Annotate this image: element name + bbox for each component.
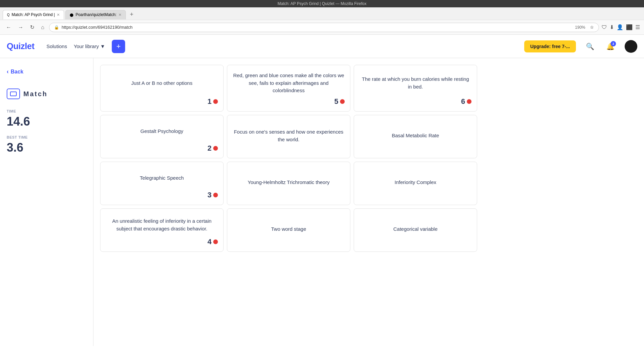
card-text: Categorical variable [359, 215, 471, 243]
search-button[interactable]: 🔍 [584, 40, 596, 52]
browser-nav-bar: ← → ↻ ⌂ 🔒 https://quizlet.com/694162190/… [0, 20, 644, 35]
new-tab-button[interactable]: + [127, 10, 136, 19]
your-library-button[interactable]: Your library ▼ [74, 43, 105, 49]
card-number: 6 [461, 97, 465, 106]
header-nav: Solutions Your library ▼ + [46, 40, 125, 53]
forward-nav-button[interactable]: → [16, 24, 25, 31]
card-number-row: 5 [233, 97, 345, 106]
zoom-badge: 190% [573, 24, 587, 30]
best-time-value: 3.6 [7, 141, 86, 155]
browser-tab-bar: Q Match: AP Psych Grind | ✕ ⬤ Poarthan/q… [0, 7, 644, 20]
back-chevron-icon: ‹ [7, 68, 9, 75]
home-button[interactable]: ⌂ [39, 24, 46, 31]
tab-label-active: Match: AP Psych Grind | [12, 12, 55, 17]
download-icon: ⬇ [610, 24, 614, 30]
card-text: Inferiority Complex [359, 169, 471, 197]
chevron-down-icon: ▼ [100, 43, 105, 49]
card-text: Gestalt Psychology [106, 122, 218, 141]
tab-favicon-inactive: ⬤ [70, 13, 73, 17]
card-text: Basal Metabolic Rate [359, 122, 471, 150]
card-number: 2 [208, 144, 212, 153]
create-plus-button[interactable]: + [112, 40, 125, 53]
card-item[interactable]: Basal Metabolic Rate [354, 115, 477, 158]
card-text: Two word stage [233, 215, 345, 243]
tab-favicon-active: Q [7, 13, 10, 17]
red-dot [213, 146, 218, 151]
upgrade-button[interactable]: Upgrade: free 7-... [524, 40, 576, 52]
tab-label-inactive: Poarthan/quizletMatch: [75, 12, 116, 17]
card-text: Focus on one's senses and how one experi… [233, 122, 345, 150]
card-item[interactable]: Focus on one's senses and how one experi… [227, 115, 350, 158]
cards-grid: Just A or B no other options1Red, green … [100, 65, 477, 252]
search-icon: 🔍 [586, 43, 594, 50]
card-item[interactable]: Gestalt Psychology2 [100, 115, 224, 158]
best-time-stat: BEST TIME 3.6 [7, 135, 86, 155]
shield-icon: 🛡 [602, 24, 607, 30]
menu-icon[interactable]: ☰ [635, 24, 640, 30]
card-text: Just A or B no other options [106, 72, 218, 95]
quizlet-logo[interactable]: Quizlet [7, 41, 34, 51]
solutions-nav[interactable]: Solutions [46, 43, 67, 49]
card-number: 5 [334, 97, 338, 106]
extensions-icon: ⬛ [626, 24, 633, 30]
sidebar: ‹ Back Match TIME 14.6 BEST TIME 3.6 [0, 58, 93, 346]
card-number: 1 [208, 97, 212, 106]
card-text: The rate at which you burn calories whil… [359, 72, 471, 95]
address-bar[interactable]: 🔒 https://quizlet.com/694162190/match 19… [49, 23, 599, 32]
back-button[interactable]: ‹ Back [7, 68, 23, 75]
card-item[interactable]: Inferiority Complex [354, 162, 477, 205]
card-item[interactable]: Telegraphic Speech3 [100, 162, 224, 205]
lock-icon: 🔒 [54, 25, 59, 30]
your-library-label: Your library [74, 43, 99, 49]
reload-button[interactable]: ↻ [28, 23, 36, 31]
card-item[interactable]: Young-Helmholtz Trichromatic theory [227, 162, 350, 205]
card-item[interactable]: Two word stage [227, 208, 350, 252]
star-icon: ☆ [590, 25, 594, 30]
browser-title-bar: Match: AP Psych Grind | Quizlet — Mozill… [0, 0, 644, 7]
card-text: Telegraphic Speech [106, 169, 218, 188]
red-dot [213, 193, 218, 197]
card-text: Young-Helmholtz Trichromatic theory [233, 169, 345, 197]
main-layout: ‹ Back Match TIME 14.6 BEST TIME 3.6 Jus… [0, 58, 644, 346]
time-stat: TIME 14.6 [7, 109, 86, 129]
card-item[interactable]: The rate at which you burn calories whil… [354, 65, 477, 112]
card-text: An unrealistic feeling of inferiority in… [106, 215, 218, 235]
match-icon-box [7, 89, 20, 99]
best-time-label: BEST TIME [7, 135, 86, 139]
card-number-row: 4 [106, 237, 218, 246]
address-text: https://quizlet.com/694162190/match [62, 25, 571, 30]
app-header: Quizlet Solutions Your library ▼ + Upgra… [0, 35, 644, 58]
card-item[interactable]: Red, green and blue cones make all the c… [227, 65, 350, 112]
cards-area: Just A or B no other options1Red, green … [93, 58, 644, 346]
red-dot [340, 99, 345, 104]
red-dot [213, 99, 218, 104]
tab-close-inactive[interactable]: ✕ [118, 13, 121, 17]
back-label: Back [11, 69, 23, 75]
avatar[interactable] [625, 40, 637, 53]
time-value: 14.6 [7, 115, 86, 129]
match-icon-area: Match [7, 89, 86, 99]
red-dot [467, 99, 471, 104]
browser-tab-active[interactable]: Q Match: AP Psych Grind | ✕ [3, 10, 64, 19]
card-number: 3 [208, 191, 212, 199]
tab-close-active[interactable]: ✕ [57, 13, 60, 17]
time-label: TIME [7, 109, 86, 113]
red-dot [213, 239, 218, 244]
match-icon-inner [10, 92, 17, 96]
card-item[interactable]: Just A or B no other options1 [100, 65, 224, 112]
browser-title: Match: AP Psych Grind | Quizlet — Mozill… [278, 1, 366, 6]
card-number-row: 2 [106, 144, 218, 153]
card-item[interactable]: An unrealistic feeling of inferiority in… [100, 208, 224, 252]
card-number-row: 3 [106, 191, 218, 199]
card-number: 4 [208, 237, 212, 246]
card-item[interactable]: Categorical variable [354, 208, 477, 252]
notifications-button[interactable]: 🔔 2 [604, 40, 617, 52]
browser-tab-inactive[interactable]: ⬤ Poarthan/quizletMatch: ✕ [65, 10, 126, 19]
back-nav-button[interactable]: ← [4, 24, 13, 31]
nav-icons: 🛡 ⬇ 👤 ⬛ ☰ [602, 24, 640, 30]
card-number-row: 6 [359, 97, 471, 106]
notification-badge: 2 [611, 41, 616, 46]
card-text: Red, green and blue cones make all the c… [233, 72, 345, 95]
match-label: Match [23, 90, 48, 98]
card-number-row: 1 [106, 97, 218, 106]
